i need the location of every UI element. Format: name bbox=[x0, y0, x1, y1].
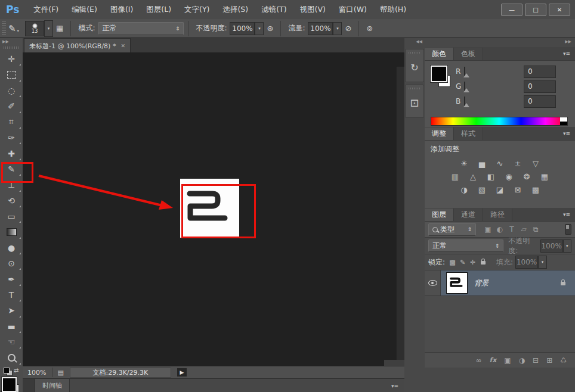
vibrance-icon[interactable]: ▽ bbox=[529, 158, 542, 169]
gradient-tool[interactable] bbox=[0, 224, 23, 239]
3d-panel-button[interactable]: ⚀ bbox=[405, 85, 424, 118]
tool-preset-arrow-icon[interactable]: ▾ bbox=[17, 29, 20, 33]
airbrush-icon[interactable]: ⊘ bbox=[342, 24, 354, 33]
pen-tool[interactable]: ✒ bbox=[0, 271, 23, 287]
link-layers-icon[interactable]: ∞ bbox=[475, 356, 481, 365]
brush-picker-arrow[interactable]: ▾ bbox=[44, 20, 53, 37]
move-tool[interactable]: ✛ bbox=[0, 51, 23, 67]
adjustment-layer-icon[interactable]: ◑ bbox=[519, 356, 525, 365]
black-white-icon[interactable]: ◧ bbox=[484, 171, 497, 182]
menu-type[interactable]: 文字(Y) bbox=[178, 5, 216, 15]
green-slider-handle[interactable] bbox=[463, 88, 469, 92]
tab-layers[interactable]: 图层 bbox=[425, 209, 454, 221]
gradient-map-icon[interactable]: ▩ bbox=[529, 184, 542, 195]
path-selection-tool[interactable]: ➤ bbox=[0, 303, 23, 318]
channel-mixer-icon[interactable]: ❂ bbox=[520, 171, 533, 182]
color-spectrum-ramp[interactable] bbox=[431, 117, 568, 126]
black-cap[interactable] bbox=[560, 122, 567, 125]
brush-tool-icon[interactable]: ✎ bbox=[8, 23, 16, 34]
flow-dropdown-arrow[interactable]: ▾ bbox=[333, 22, 342, 35]
type-tool[interactable]: T bbox=[0, 287, 23, 303]
toolbar-expand-icon[interactable]: ▶▶ bbox=[0, 38, 23, 46]
quick-selection-tool[interactable]: ✐ bbox=[0, 98, 23, 114]
filter-switch-toggle[interactable] bbox=[565, 224, 571, 235]
image-canvas[interactable] bbox=[180, 179, 239, 238]
size-pressure-icon[interactable]: ⊚ bbox=[363, 24, 376, 33]
green-value-field[interactable]: 0 bbox=[524, 80, 556, 93]
history-panel-button[interactable]: ↻ bbox=[405, 49, 424, 82]
layer-style-icon[interactable]: fx bbox=[489, 356, 496, 364]
blue-value-field[interactable]: 0 bbox=[524, 95, 556, 108]
menu-view[interactable]: 视图(V) bbox=[293, 5, 332, 15]
zoom-tool[interactable] bbox=[0, 350, 23, 365]
dock-collapse-icon[interactable]: ◀◀ bbox=[404, 38, 425, 47]
status-flyout-arrow-icon[interactable]: ▶ bbox=[177, 368, 187, 377]
spot-healing-brush-tool[interactable]: ✚ bbox=[0, 145, 23, 161]
menu-window[interactable]: 窗口(W) bbox=[332, 5, 373, 15]
document-status-icon[interactable]: ▤ bbox=[57, 369, 63, 377]
canvas-vertical-scrollbar[interactable] bbox=[396, 67, 404, 366]
menu-edit[interactable]: 编辑(E) bbox=[65, 5, 104, 15]
opacity-pressure-icon[interactable]: ⊛ bbox=[264, 24, 276, 33]
exposure-icon[interactable]: ± bbox=[511, 158, 524, 169]
new-layer-icon[interactable]: ⊞ bbox=[546, 356, 552, 365]
brush-preset-picker[interactable]: 13 bbox=[25, 21, 44, 36]
menu-help[interactable]: 帮助(H) bbox=[373, 5, 413, 15]
levels-icon[interactable]: ▅ bbox=[475, 158, 489, 169]
posterize-icon[interactable]: ▧ bbox=[475, 184, 489, 195]
layer-fill-field[interactable]: 100% bbox=[515, 256, 538, 269]
eyedropper-tool[interactable]: ✑ bbox=[0, 130, 23, 145]
filter-pixel-layers-icon[interactable]: ▣ bbox=[482, 225, 494, 234]
blur-tool[interactable]: ● bbox=[0, 240, 23, 256]
clone-stamp-tool[interactable]: ⊥ bbox=[0, 177, 23, 192]
blend-mode-select[interactable]: 正常 ⇕ bbox=[98, 22, 184, 35]
lock-transparent-icon[interactable]: ▩ bbox=[447, 259, 457, 266]
layer-thumbnail[interactable] bbox=[447, 273, 467, 293]
filter-type-layers-icon[interactable]: T bbox=[506, 225, 518, 234]
color-panel-menu-icon[interactable]: ▾≡ bbox=[563, 51, 570, 57]
dodge-tool[interactable]: ⊙ bbox=[0, 256, 23, 271]
adjustments-panel-menu-icon[interactable]: ▾≡ bbox=[563, 130, 570, 136]
curves-icon[interactable]: ∿ bbox=[493, 158, 506, 169]
menu-image[interactable]: 图像(I) bbox=[104, 5, 140, 15]
lasso-tool[interactable]: ◌ bbox=[0, 83, 23, 98]
photo-filter-icon[interactable]: ◉ bbox=[502, 171, 515, 182]
delete-layer-icon[interactable]: ♺ bbox=[560, 356, 567, 365]
color-lookup-icon[interactable]: ▦ bbox=[538, 171, 551, 182]
minimize-button[interactable]: — bbox=[501, 4, 523, 16]
layers-panel-menu-icon[interactable]: ▾≡ bbox=[563, 211, 570, 217]
layer-mask-icon[interactable]: ▣ bbox=[504, 356, 511, 365]
tab-close-icon[interactable]: ✕ bbox=[120, 43, 125, 49]
hand-tool[interactable]: ☜ bbox=[0, 334, 23, 350]
white-cap[interactable] bbox=[560, 117, 567, 122]
tab-paths[interactable]: 路径 bbox=[483, 209, 512, 221]
tab-adjustments[interactable]: 调整 bbox=[425, 127, 454, 140]
tab-color[interactable]: 颜色 bbox=[425, 48, 454, 60]
layer-opacity-field[interactable]: 100% bbox=[540, 239, 563, 253]
restore-button[interactable]: □ bbox=[525, 4, 546, 16]
lock-all-icon[interactable] bbox=[478, 258, 488, 266]
threshold-icon[interactable]: ◪ bbox=[493, 184, 506, 195]
history-brush-tool[interactable]: ⟲ bbox=[0, 193, 23, 209]
layer-blend-mode-select[interactable]: 正常 ⇕ bbox=[428, 239, 503, 252]
layer-opacity-arrow[interactable]: ▾ bbox=[563, 239, 571, 253]
eraser-tool[interactable]: ▭ bbox=[0, 209, 23, 224]
tab-channels[interactable]: 通道 bbox=[454, 209, 483, 221]
default-colors-control[interactable]: ⇄ bbox=[0, 367, 23, 375]
hue-saturation-icon[interactable]: ▥ bbox=[449, 171, 462, 182]
new-group-icon[interactable]: ⊟ bbox=[533, 356, 539, 365]
zoom-level-field[interactable]: 100% bbox=[23, 369, 52, 377]
layer-filter-type-select[interactable]: 类型 ⇕ bbox=[428, 223, 476, 236]
toggle-brush-panel-icon[interactable]: ▦ bbox=[53, 24, 66, 33]
menu-filter[interactable]: 滤镜(T) bbox=[255, 5, 293, 15]
red-slider-handle[interactable] bbox=[463, 73, 469, 77]
red-value-field[interactable]: 0 bbox=[524, 66, 556, 78]
filter-adjustment-layers-icon[interactable]: ◐ bbox=[494, 225, 506, 234]
selective-color-icon[interactable]: ⊠ bbox=[511, 184, 524, 195]
menu-file[interactable]: 文件(F) bbox=[27, 5, 65, 15]
crop-tool[interactable]: ⌗ bbox=[0, 114, 23, 130]
lock-position-icon[interactable]: ✛ bbox=[468, 259, 478, 266]
color-balance-icon[interactable]: △ bbox=[466, 171, 480, 182]
menu-layer[interactable]: 图层(L) bbox=[140, 5, 178, 15]
layer-fill-arrow[interactable]: ▾ bbox=[538, 256, 547, 269]
